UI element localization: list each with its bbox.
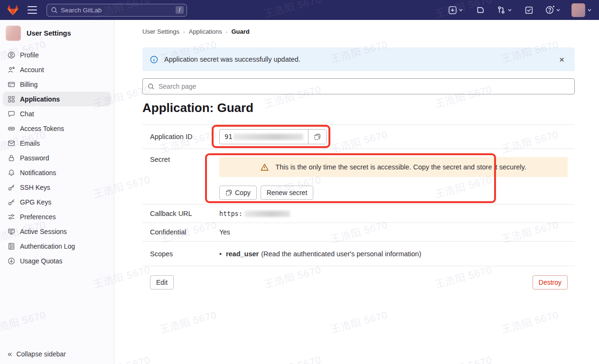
redacted-callback-url [244,211,290,217]
main-content: User Settings › Applications › Guard App… [114,20,599,364]
sidebar-header: User Settings [0,20,114,47]
sidebar-item-notifications[interactable]: Notifications [3,165,111,180]
sidebar-item-preferences[interactable]: Preferences [3,209,111,224]
sidebar-item-billing[interactable]: Billing [3,77,111,92]
close-icon[interactable]: × [556,54,567,65]
sidebar-item-applications[interactable]: Applications [3,92,111,106]
secret-row: Secret This is the only time the secret … [142,149,575,205]
search-icon [148,83,155,90]
callback-url-label: Callback URL [142,210,219,217]
todo-list-icon[interactable] [525,6,533,14]
warning-icon [261,163,269,171]
callback-url-value: https: [219,210,243,217]
application-id-value[interactable]: 91 [220,130,308,144]
hamburger-menu-icon[interactable] [28,6,37,14]
sidebar-item-emails[interactable]: Emails [3,136,111,150]
sidebar-item-authentication-log[interactable]: Authentication Log [3,239,111,253]
sidebar-item-profile[interactable]: Profile [3,47,111,62]
scope-name: read_user [226,250,259,258]
sidebar-item-label: Notifications [20,169,56,177]
sidebar-item-account[interactable]: Account [3,62,111,77]
emails-icon [8,140,15,147]
secret-label: Secret [142,149,219,204]
application-id-label: Application ID [142,133,219,140]
sidebar-item-label: Authentication Log [20,243,75,250]
sidebar-item-label: Password [20,154,49,162]
global-search[interactable]: / [47,4,187,17]
sidebar-item-label: Active Sessions [20,228,67,235]
callback-url-row: Callback URL https: [142,205,575,223]
breadcrumb-current: Guard [232,28,250,35]
sidebar-item-ssh-keys[interactable]: SSH Keys [3,180,111,195]
sidebar-item-active-sessions[interactable]: Active Sessions [3,224,111,239]
info-icon [150,56,158,64]
renew-secret-label: Renew secret [267,189,308,196]
page-search-input[interactable] [159,83,570,90]
sidebar-item-password[interactable]: Password [3,150,111,165]
preferences-icon [8,213,15,221]
sidebar-item-gpg-keys[interactable]: GPG Keys [3,195,111,209]
chevron-down-icon[interactable] [458,7,464,13]
sidebar-item-label: Emails [20,140,40,147]
page-search[interactable] [142,78,575,94]
secret-warning-alert: This is the only time the secret is acce… [219,157,568,177]
chevron-down-icon[interactable] [587,7,592,13]
sidebar-item-chat[interactable]: Chat [3,106,111,121]
confidential-row: Confidential Yes [142,223,575,242]
key-icon [8,184,15,191]
breadcrumb-separator-icon: › [226,29,228,35]
sidebar-item-label: Billing [20,81,37,88]
sidebar-item-label: Usage Quotas [20,257,63,265]
password-icon [8,154,15,162]
sidebar-item-label: Chat [20,110,34,118]
double-chevron-left-icon: « [8,350,12,358]
active-sessions-icon [8,228,15,235]
collapse-sidebar-button[interactable]: « Collapse sidebar [8,350,66,358]
breadcrumb-separator-icon: › [183,29,185,35]
sidebar-item-access-tokens[interactable]: Access Tokens [3,121,111,136]
user-avatar[interactable] [571,3,585,17]
search-icon [51,7,58,14]
copy-secret-button[interactable]: Copy [219,186,257,200]
applications-icon [8,95,15,103]
confidential-label: Confidential [142,228,219,236]
destroy-button[interactable]: Destroy [533,275,568,289]
copy-icon [225,189,232,196]
scope-description: (Read the authenticated user's personal … [261,250,421,258]
user-avatar [6,26,21,41]
sidebar-item-label: Applications [20,95,60,103]
sidebar-item-label: Access Tokens [20,125,64,132]
sidebar-items: ProfileAccountBillingApplicationsChatAcc… [0,47,114,269]
sidebar-item-usage-quotas[interactable]: Usage Quotas [3,253,111,268]
application-details: Application ID 91 [142,124,575,266]
global-search-input[interactable] [61,7,173,14]
scopes-row: Scopes • read_user (Read the authenticat… [142,242,575,266]
key-icon [8,198,15,206]
footer-actions: Edit Destroy [142,275,575,289]
edit-button[interactable]: Edit [150,275,174,289]
chevron-down-icon[interactable] [507,7,513,13]
breadcrumb-applications[interactable]: Applications [189,28,222,35]
usage-quotas-icon [8,257,15,265]
sidebar-item-label: Preferences [20,213,56,221]
sidebar-item-label: SSH Keys [20,184,50,191]
scopes-label: Scopes [142,250,219,258]
application-id-field: 91 [219,129,327,144]
copy-application-id-button[interactable] [308,130,326,144]
merge-request-icon[interactable] [497,6,505,14]
access-tokens-icon [8,125,15,132]
breadcrumb-user-settings[interactable]: User Settings [142,28,179,35]
info-alert: Application secret was successfully upda… [142,47,575,71]
account-icon [8,66,15,74]
chevron-down-icon[interactable] [555,7,561,13]
settings-sidebar: User Settings ProfileAccountBillingAppli… [0,20,114,364]
authentication-log-icon [8,243,15,250]
profile-icon [8,51,15,59]
bullet-icon: • [219,250,222,258]
renew-secret-button[interactable]: Renew secret [261,186,314,200]
top-navbar: / [0,0,599,20]
help-icon[interactable] [545,6,554,14]
duo-chat-icon[interactable] [476,6,485,14]
new-plus-icon[interactable] [449,6,457,14]
gitlab-logo-icon[interactable] [7,4,19,16]
